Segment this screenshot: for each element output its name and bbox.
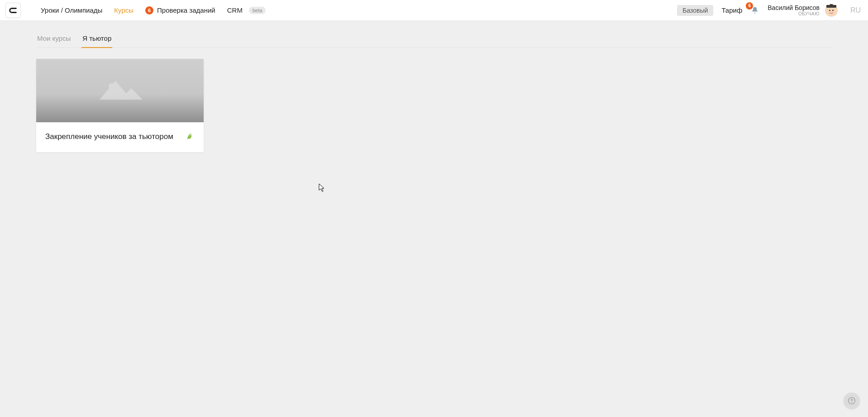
svg-point-7 xyxy=(109,83,114,89)
cursor-icon xyxy=(319,183,326,192)
nav-crm[interactable]: CRM beta xyxy=(227,6,266,14)
svg-point-10 xyxy=(851,402,852,403)
assignments-badge: 6 xyxy=(145,6,153,14)
primary-nav: Уроки / Олимпиады Курсы 6 Проверка задан… xyxy=(41,6,677,14)
user-menu[interactable]: Василий Борисов ОБУЧАЮ xyxy=(768,4,838,17)
topbar: Уроки / Олимпиады Курсы 6 Проверка задан… xyxy=(0,0,868,21)
question-icon xyxy=(848,397,855,404)
notifications-count: 6 xyxy=(746,2,753,10)
tab-tutor[interactable]: Я тьютор xyxy=(81,30,112,48)
card-cover xyxy=(36,59,204,122)
svg-rect-2 xyxy=(830,4,833,5)
course-card[interactable]: Закрепление учеников за тьютором xyxy=(36,59,204,152)
nav-crm-label: CRM xyxy=(227,6,243,14)
cards-grid: Закрепление учеников за тьютором xyxy=(36,48,832,152)
nav-assignments[interactable]: 6 Проверка заданий xyxy=(145,6,215,14)
rocket-icon xyxy=(186,131,195,142)
nav-courses[interactable]: Курсы xyxy=(114,6,134,14)
plan-chip[interactable]: Базовый xyxy=(677,5,713,16)
user-text: Василий Борисов ОБУЧАЮ xyxy=(768,4,820,16)
header-right: Базовый Тариф 6 Василий Борисов ОБУЧАЮ xyxy=(677,4,861,17)
tab-my-courses[interactable]: Мои курсы xyxy=(36,30,72,48)
user-name: Василий Борисов xyxy=(768,4,820,11)
beta-badge: beta xyxy=(249,7,266,14)
page-content: Мои курсы Я тьютор Закрепление учеников … xyxy=(0,30,868,152)
course-tabs: Мои курсы Я тьютор xyxy=(36,30,832,48)
nav-lessons[interactable]: Уроки / Олимпиады xyxy=(41,6,102,14)
notifications-button[interactable]: 6 xyxy=(750,6,759,15)
image-placeholder-icon xyxy=(91,72,149,104)
avatar-icon xyxy=(825,4,838,17)
svg-point-4 xyxy=(832,10,834,11)
avatar xyxy=(825,4,838,17)
svg-point-8 xyxy=(190,134,191,135)
app-logo[interactable] xyxy=(5,3,21,18)
card-title: Закрепление учеников за тьютором xyxy=(45,132,173,142)
help-button[interactable] xyxy=(844,393,860,409)
tariff-link[interactable]: Тариф xyxy=(721,6,742,14)
user-role: ОБУЧАЮ xyxy=(768,11,820,16)
card-body: Закрепление учеников за тьютором xyxy=(36,122,204,152)
language-switch[interactable]: RU xyxy=(850,6,861,14)
nav-assignments-label: Проверка заданий xyxy=(157,6,215,14)
svg-point-3 xyxy=(829,10,830,11)
logo-icon xyxy=(8,5,18,15)
